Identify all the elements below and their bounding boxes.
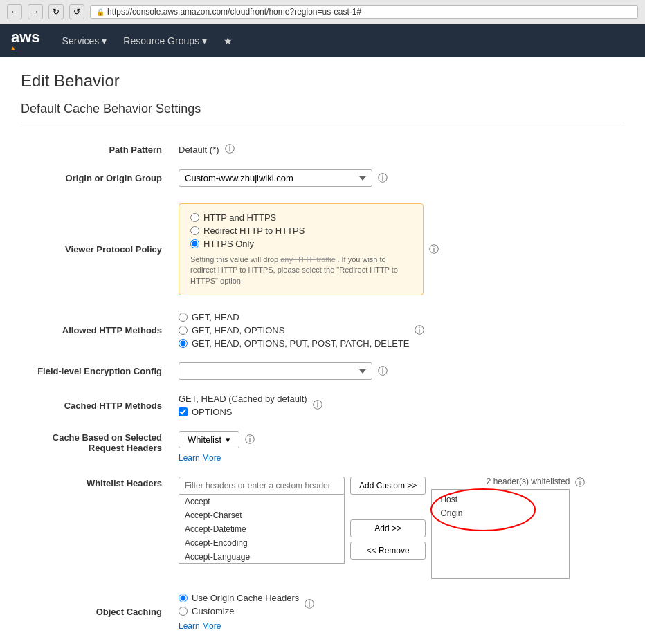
viewer-protocol-row: Viewer Protocol Policy HTTP and HTTPS	[21, 194, 624, 305]
http-https-option[interactable]: HTTP and HTTPS	[190, 212, 412, 223]
cached-http-row: Cached HTTP Methods GET, HEAD (Cached by…	[21, 387, 624, 424]
use-origin-cache-label: Use Origin Cache Headers	[192, 593, 299, 603]
get-head-option[interactable]: GET, HEAD	[179, 312, 409, 322]
list-item[interactable]: Origin	[435, 506, 566, 520]
get-head-options-radio[interactable]	[179, 326, 188, 335]
whitelist-left-panel: Accept Accept-Charset Accept-Datetime Ac…	[179, 477, 345, 564]
aws-navbar: aws ▴ Services ▾ Resource Groups ▾ ★	[0, 24, 645, 57]
whitelist-headers-row: Whitelist Headers Accept Accept-Charset …	[21, 470, 624, 586]
object-caching-learn-more: Learn More	[179, 620, 619, 631]
cached-http-info-icon[interactable]: ⓘ	[313, 399, 322, 412]
remove-button[interactable]: << Remove	[350, 542, 426, 560]
get-head-label: GET, HEAD	[192, 312, 239, 322]
object-caching-value-row: Use Origin Cache Headers Customize ⓘ	[179, 593, 619, 616]
whitelist-headers-info-icon[interactable]: ⓘ	[575, 477, 585, 489]
list-item[interactable]: Accept-Encoding	[179, 536, 344, 550]
whitelisted-list-wrapper: Host Origin	[431, 489, 570, 579]
cache-based-row: Cache Based on SelectedRequest Headers W…	[21, 424, 624, 470]
reload-button[interactable]: ↺	[69, 4, 84, 19]
path-pattern-label: Path Pattern	[21, 136, 173, 163]
object-caching-radio-group: Use Origin Cache Headers Customize	[179, 593, 299, 616]
get-head-options-full-option[interactable]: GET, HEAD, OPTIONS, PUT, POST, PATCH, DE…	[179, 338, 409, 349]
cache-based-content: Whitelist ▾ ⓘ Learn More	[179, 431, 619, 463]
list-item[interactable]: Accept	[179, 495, 344, 508]
warning-text-1: Setting this value will drop	[190, 255, 278, 264]
whitelisted-panel: 2 header(s) whitelisted Host Origin	[431, 477, 570, 579]
back-button[interactable]: ←	[7, 4, 22, 19]
whitelist-headers-value-row: Accept Accept-Charset Accept-Datetime Ac…	[179, 477, 619, 579]
browser-bar: ← → ↻ ↺ 🔒 https://console.aws.amazon.com…	[0, 0, 645, 24]
resource-groups-label: Resource Groups	[123, 35, 199, 46]
https-only-label: HTTPS Only	[203, 239, 254, 249]
options-checkbox-item[interactable]: OPTIONS	[179, 407, 307, 417]
http-https-radio[interactable]	[190, 213, 199, 222]
resource-groups-arrow: ▾	[202, 35, 207, 46]
learn-more-link[interactable]: Learn More	[179, 453, 221, 463]
path-pattern-row: Path Pattern Default (*) ⓘ	[21, 136, 624, 163]
allowed-http-info-icon[interactable]: ⓘ	[415, 324, 424, 337]
cached-http-label: Cached HTTP Methods	[21, 387, 173, 424]
section-title: Default Cache Behavior Settings	[21, 102, 624, 122]
whitelist-headers-label: Whitelist Headers	[21, 470, 173, 586]
https-only-option[interactable]: HTTPS Only	[190, 239, 412, 249]
path-pattern-info-icon[interactable]: ⓘ	[225, 143, 235, 156]
list-item[interactable]: Accept-Language	[179, 550, 344, 564]
cached-http-value-row: GET, HEAD (Cached by default) OPTIONS ⓘ	[179, 394, 619, 417]
learn-more-link-2[interactable]: Learn More	[179, 621, 221, 631]
whitelisted-count: 2 header(s) whitelisted	[431, 477, 570, 486]
viewer-protocol-highlighted: HTTP and HTTPS Redirect HTTP to HTTPS HT…	[179, 203, 424, 295]
refresh-button[interactable]: ↻	[48, 4, 64, 19]
https-only-radio[interactable]	[190, 239, 199, 248]
viewer-protocol-radio-group: HTTP and HTTPS Redirect HTTP to HTTPS HT…	[190, 212, 412, 249]
url-bar[interactable]: 🔒 https://console.aws.amazon.com/cloudfr…	[90, 5, 638, 19]
http-https-label: HTTP and HTTPS	[203, 212, 276, 223]
redirect-http-option[interactable]: Redirect HTTP to HTTPS	[190, 226, 412, 236]
viewer-protocol-info-icon[interactable]: ⓘ	[429, 243, 439, 256]
use-origin-cache-radio[interactable]	[179, 594, 188, 602]
allowed-http-value-row: GET, HEAD GET, HEAD, OPTIONS GET, HEAD, …	[179, 312, 619, 349]
url-text: https://console.aws.amazon.com/cloudfron…	[107, 7, 361, 17]
aws-logo: aws ▴	[11, 30, 40, 52]
customize-caching-radio[interactable]	[179, 607, 188, 616]
object-caching-info-icon[interactable]: ⓘ	[305, 598, 314, 611]
page-title: Edit Behavior	[21, 71, 624, 91]
cache-based-info-icon[interactable]: ⓘ	[245, 434, 255, 446]
object-caching-row: Object Caching Use Origin Cache Headers …	[21, 586, 624, 638]
get-head-options-full-radio[interactable]	[179, 339, 188, 348]
redirect-http-radio[interactable]	[190, 226, 199, 235]
customize-caching-option[interactable]: Customize	[179, 606, 299, 616]
form-table: Path Pattern Default (*) ⓘ Origin or Ori…	[21, 136, 624, 638]
field-encryption-label: Field-level Encryption Config	[21, 356, 173, 387]
field-encryption-info-icon[interactable]: ⓘ	[378, 365, 388, 378]
main-content: Edit Behavior Default Cache Behavior Set…	[0, 57, 645, 644]
whitelisted-list: Host Origin	[431, 489, 570, 579]
options-checkbox[interactable]	[179, 407, 188, 416]
origin-select[interactable]: Custom-www.zhujiwiki.com	[179, 169, 372, 187]
add-button[interactable]: Add >>	[350, 519, 426, 537]
get-head-options-full-label: GET, HEAD, OPTIONS, PUT, POST, PATCH, DE…	[192, 338, 409, 349]
forward-button[interactable]: →	[28, 4, 43, 19]
viewer-protocol-warning: Setting this value will drop any HTTP tr…	[190, 255, 412, 286]
whitelist-button[interactable]: Whitelist ▾	[179, 431, 239, 448]
header-filter-input[interactable]	[179, 477, 345, 495]
cache-based-label-text: Cache Based on SelectedRequest Headers	[53, 432, 162, 453]
ssl-icon: 🔒	[96, 8, 105, 16]
origin-info-icon[interactable]: ⓘ	[378, 172, 388, 185]
list-item[interactable]: Accept-Charset	[179, 508, 344, 522]
use-origin-cache-option[interactable]: Use Origin Cache Headers	[179, 593, 299, 603]
star-icon: ★	[224, 35, 233, 46]
list-item[interactable]: Host	[435, 493, 566, 506]
resource-groups-nav[interactable]: Resource Groups ▾	[115, 24, 215, 57]
add-custom-button[interactable]: Add Custom >>	[350, 477, 426, 495]
get-head-options-option[interactable]: GET, HEAD, OPTIONS	[179, 325, 409, 335]
favorites-nav[interactable]: ★	[215, 24, 241, 57]
path-pattern-value: Default (*)	[179, 145, 219, 155]
whitelist-arrow: ▾	[226, 434, 230, 445]
get-head-radio[interactable]	[179, 313, 188, 322]
redirect-http-label: Redirect HTTP to HTTPS	[203, 226, 305, 236]
services-nav[interactable]: Services ▾	[54, 24, 116, 57]
list-item[interactable]: Accept-Datetime	[179, 522, 344, 536]
whitelist-label: Whitelist	[188, 434, 221, 445]
field-encryption-select[interactable]	[179, 362, 372, 380]
get-head-options-label: GET, HEAD, OPTIONS	[192, 325, 284, 335]
